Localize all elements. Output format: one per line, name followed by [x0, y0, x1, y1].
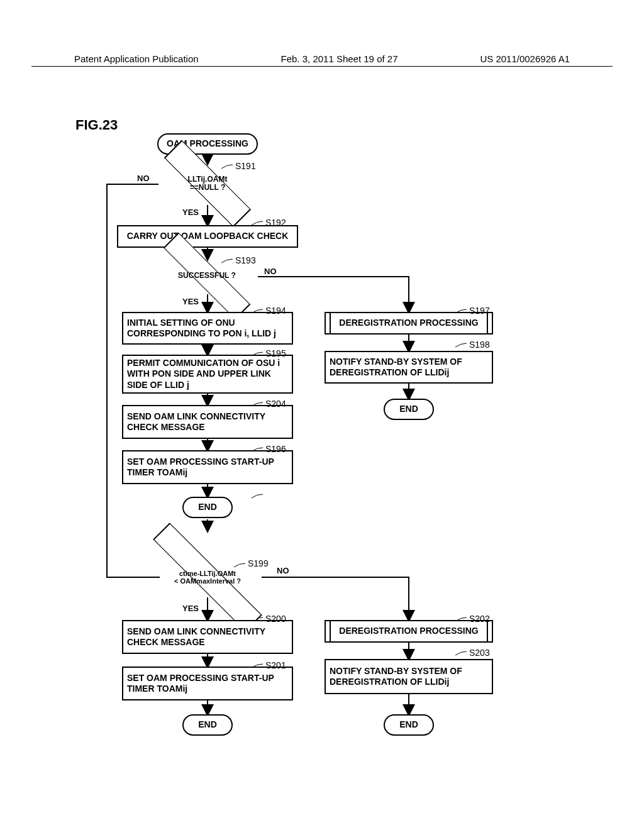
- step-s197: S197: [469, 306, 490, 316]
- label-yes-s199: YES: [182, 604, 199, 613]
- terminal-end-2: END: [384, 399, 434, 420]
- header-center: Feb. 3, 2011 Sheet 19 of 27: [281, 53, 398, 64]
- label-no-s199: NO: [277, 566, 289, 575]
- process-s204: SEND OAM LINK CONNECTIVITY CHECK MESSAGE: [122, 405, 293, 439]
- label-yes-s193: YES: [182, 297, 199, 306]
- step-s199: S199: [248, 558, 269, 568]
- process-s195: PERMIT COMMUNICATION OF OSU i WITH PON S…: [122, 355, 293, 394]
- step-s194: S194: [265, 306, 286, 316]
- header-left: Patent Application Publication: [74, 53, 199, 64]
- subroutine-s197: DEREGISTRATION PROCESSING: [325, 312, 493, 335]
- terminal-end-3: END: [182, 714, 233, 736]
- step-s203: S203: [469, 648, 490, 658]
- terminal-end-1: END: [182, 497, 233, 518]
- process-s194: INITIAL SETTING OF ONU CORRESPONDING TO …: [122, 312, 293, 345]
- header-right: US 2011/0026926 A1: [480, 53, 570, 64]
- process-s200: SEND OAM LINK CONNECTIVITY CHECK MESSAGE: [122, 620, 293, 654]
- subroutine-s202-text: DEREGISTRATION PROCESSING: [339, 626, 478, 637]
- subroutine-s202: DEREGISTRATION PROCESSING: [325, 620, 493, 643]
- step-s198: S198: [469, 340, 490, 350]
- step-s201: S201: [265, 660, 286, 670]
- step-s193: S193: [235, 255, 256, 265]
- process-s192: CARRY OUT OAM LOOPBACK CHECK: [117, 225, 298, 248]
- step-s200: S200: [265, 614, 286, 624]
- step-s195: S195: [265, 348, 286, 358]
- step-s196: S196: [265, 444, 286, 454]
- step-s204: S204: [265, 399, 286, 409]
- label-no-s191: NO: [137, 174, 150, 183]
- process-s201: SET OAM PROCESSING START-UP TIMER TOAMij: [122, 667, 293, 700]
- process-s203: NOTIFY STAND-BY SYSTEM OF DEREGISTRATION…: [325, 659, 493, 694]
- process-s198: NOTIFY STAND-BY SYSTEM OF DEREGISTRATION…: [325, 351, 493, 384]
- step-s192: S192: [265, 218, 286, 228]
- flowchart: OAM PROCESSING LLTij.OAMt ==NULL ? NO YE…: [75, 131, 566, 772]
- step-s202: S202: [469, 614, 490, 624]
- step-s191: S191: [235, 161, 256, 171]
- process-s196: SET OAM PROCESSING START-UP TIMER TOAMij: [122, 450, 293, 484]
- label-yes-s191: YES: [182, 208, 199, 217]
- label-no-s193: NO: [264, 267, 277, 276]
- subroutine-s197-text: DEREGISTRATION PROCESSING: [339, 318, 478, 329]
- terminal-end-4: END: [384, 714, 434, 736]
